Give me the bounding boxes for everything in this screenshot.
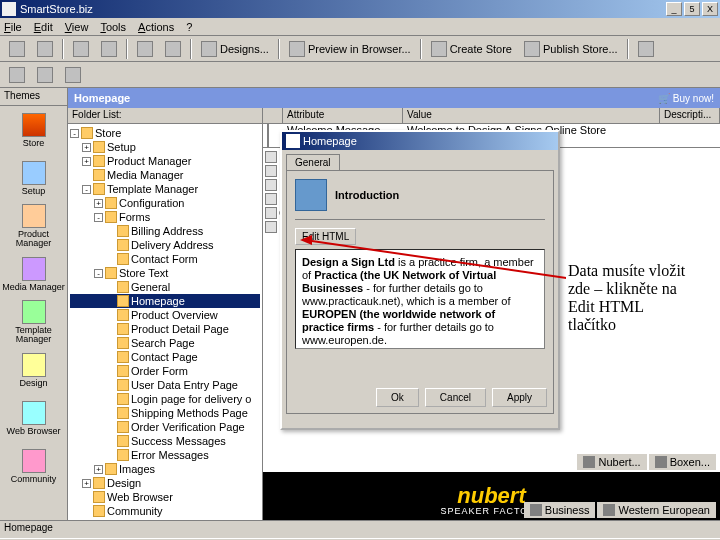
toolbar-copy[interactable] [132,38,158,60]
tree-item[interactable]: Media Manager [70,168,260,182]
col-value[interactable]: Value [403,108,660,123]
tree-item[interactable]: +Setup [70,140,260,154]
tree-item[interactable]: Billing Address [70,224,260,238]
homepage-properties-dialog: Homepage General Introduction Edit HTML … [280,130,560,430]
menu-view[interactable]: View [65,21,89,33]
edit-html-button[interactable]: Edit HTML [295,228,356,245]
toolbar-separator [278,39,280,59]
theme-icon [22,401,46,425]
window-title: SmartStore.biz [20,3,666,15]
menu-tools[interactable]: Tools [100,21,126,33]
toolbar-preview[interactable]: Preview in Browser... [284,38,416,60]
theme-icon [22,204,46,228]
tree-item[interactable]: Web Browser [70,490,260,504]
tree-item[interactable]: -Store Text [70,266,260,280]
toolbar2-btn2[interactable] [32,64,58,86]
tree-item[interactable]: +Product Manager [70,154,260,168]
toolbar2-btn1[interactable] [4,64,30,86]
tab-general[interactable]: General [286,154,340,170]
toolbar-paste[interactable] [160,38,186,60]
banner-top-tab[interactable]: Nubert... [577,454,646,470]
tool-icon [65,67,81,83]
menu-file[interactable]: FFileile [4,21,22,33]
tree-item[interactable]: Product Detail Page [70,322,260,336]
close-button[interactable]: X [702,2,718,16]
toolbar-save[interactable] [68,38,94,60]
toolbar-new[interactable] [96,38,122,60]
toolbar-create-store[interactable]: Create Store [426,38,517,60]
banner-tab[interactable]: Western European [597,502,716,518]
tree-item[interactable]: Delivery Address [70,238,260,252]
dialog-titlebar[interactable]: Homepage [282,132,558,150]
ok-button[interactable]: Ok [376,388,419,407]
tree-item[interactable]: Contact Form [70,252,260,266]
banner-tab[interactable]: Business [524,502,596,518]
theme-item[interactable]: Template Manager [0,298,67,346]
theme-icon [22,300,46,324]
toolbar2-btn3[interactable] [60,64,86,86]
buy-now-link[interactable]: 🛒 Buy now! [658,93,714,104]
intro-icon [295,179,327,211]
tree-item[interactable]: Shipping Methods Page [70,406,260,420]
folder-tree[interactable]: -Store+Setup+Product ManagerMedia Manage… [68,124,262,520]
advertisement-banner[interactable]: Nubert... Boxen... nubert SPEAKER FACTOR… [263,472,720,520]
col-attribute[interactable]: Attribute [283,108,403,123]
theme-item[interactable]: Web Browser [0,394,67,442]
tool-icon [37,67,53,83]
tree-item[interactable]: Order Form [70,364,260,378]
theme-item[interactable]: Setup [0,154,67,202]
html-preview-text: Design a Sign Ltd is a practice firm, a … [295,249,545,349]
copy-icon [137,41,153,57]
tree-item[interactable]: Success Messages [70,434,260,448]
tree-item[interactable]: Homepage [70,294,260,308]
menu-bar: FFileile Edit View Tools Actions ? [0,18,720,36]
section-title: Homepage [74,92,130,104]
annotation-text: Data musíte vložit zde – klikněte na Edi… [566,260,696,336]
preview-icon [289,41,305,57]
tree-item[interactable]: Login page for delivery o [70,392,260,406]
toolbar-back[interactable] [4,38,30,60]
tree-item[interactable]: User Data Entry Page [70,378,260,392]
menu-help[interactable]: ? [186,21,192,33]
back-icon [9,41,25,57]
banner-top-tab[interactable]: Boxen... [649,454,716,470]
col-description[interactable]: Descripti... [660,108,720,123]
tree-item[interactable]: Product Overview [70,308,260,322]
tree-item[interactable]: Contact Page [70,350,260,364]
tree-item[interactable]: Search Page [70,336,260,350]
cancel-button[interactable]: Cancel [425,388,486,407]
tree-item[interactable]: +Configuration [70,196,260,210]
designs-icon [201,41,217,57]
folder-panel: Folder List: -Store+Setup+Product Manage… [68,108,263,520]
theme-item[interactable]: Product Manager [0,202,67,250]
toolbar-designs[interactable]: Designs... [196,38,274,60]
intro-label: Introduction [335,189,399,201]
tree-item[interactable]: Error Messages [70,448,260,462]
minimize-button[interactable]: _ [666,2,682,16]
apply-button[interactable]: Apply [492,388,547,407]
menu-actions[interactable]: Actions [138,21,174,33]
tree-item[interactable]: General [70,280,260,294]
section-header: Homepage 🛒 Buy now! [68,88,720,108]
tree-item[interactable]: Order Verification Page [70,420,260,434]
publish-icon [524,41,540,57]
toolbar-separator [420,39,422,59]
tree-item[interactable]: -Template Manager [70,182,260,196]
menu-edit[interactable]: Edit [34,21,53,33]
tree-item[interactable]: Community [70,504,260,518]
toolbar-extra[interactable] [633,38,659,60]
toolbar-publish-store[interactable]: Publish Store... [519,38,623,60]
tree-item[interactable]: -Forms [70,210,260,224]
forward-icon [37,41,53,57]
app-icon [2,2,16,16]
theme-item[interactable]: Community [0,442,67,490]
toolbar-separator [62,39,64,59]
tree-item[interactable]: +Images [70,462,260,476]
theme-item[interactable]: Design [0,346,67,394]
theme-item[interactable]: Store [0,106,67,154]
create-icon [431,41,447,57]
maximize-button[interactable]: 5 [684,2,700,16]
tree-item[interactable]: +Design [70,476,260,490]
toolbar-forward[interactable] [32,38,58,60]
theme-item[interactable]: Media Manager [0,250,67,298]
